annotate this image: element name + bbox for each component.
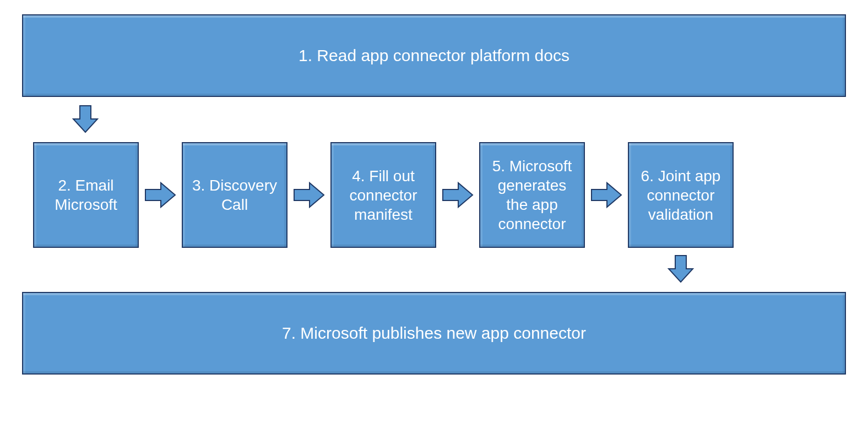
step-5-box: 5. Microsoft generates the app connector [479,142,585,248]
svg-marker-0 [73,106,97,132]
step-6-label: 6. Joint app connector validation [636,166,726,224]
step-1-box: 1. Read app connector platform docs [22,14,846,97]
flow-diagram: 1. Read app connector platform docs 2. E… [0,0,868,423]
step-3-label: 3. Discovery Call [189,176,280,214]
svg-marker-2 [294,183,324,207]
step-5-label: 5. Microsoft generates the app connector [487,156,577,234]
arrow-right-icon [291,178,327,212]
step-1-label: 1. Read app connector platform docs [299,45,569,66]
arrow-down-icon [69,102,102,135]
step-4-label: 4. Fill out connector manifest [338,166,428,224]
step-2-box: 2. Email Microsoft [33,142,139,248]
step-6-box: 6. Joint app connector validation [628,142,734,248]
arrow-right-icon [142,178,178,212]
svg-marker-4 [592,183,621,207]
step-7-label: 7. Microsoft publishes new app connector [282,323,586,344]
step-7-box: 7. Microsoft publishes new app connector [22,292,846,375]
step-2-label: 2. Email Microsoft [41,176,131,214]
step-4-box: 4. Fill out connector manifest [330,142,436,248]
arrow-down-icon [664,252,697,285]
svg-marker-3 [443,183,473,207]
arrow-right-icon [440,178,476,212]
arrow-right-icon [588,178,625,212]
svg-marker-5 [669,256,693,282]
svg-marker-1 [145,183,175,207]
step-3-box: 3. Discovery Call [182,142,287,248]
